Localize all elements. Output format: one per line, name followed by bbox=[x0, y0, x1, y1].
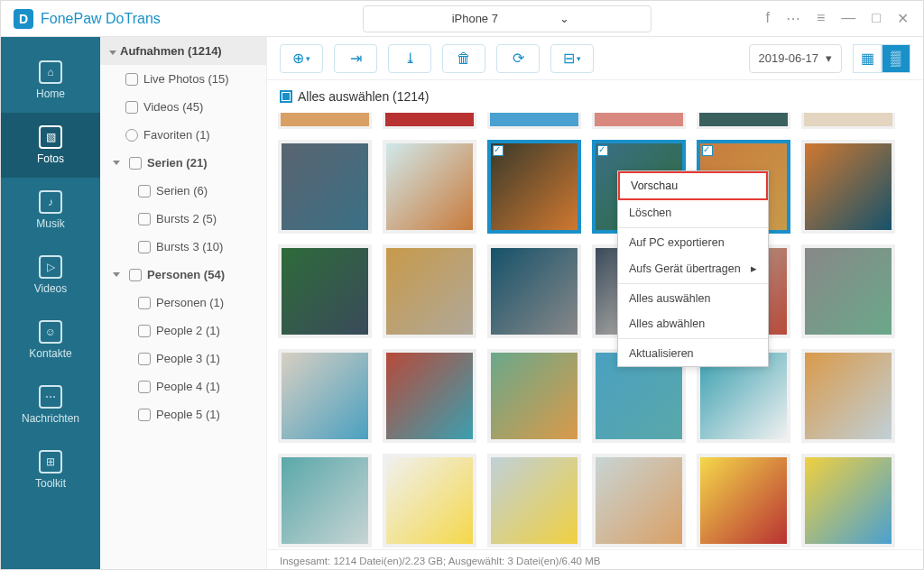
delete-button[interactable]: 🗑 bbox=[442, 44, 485, 73]
status-bar: Insgesamt: 1214 Datei(en)/2.23 GB; Ausge… bbox=[267, 549, 923, 570]
album-icon bbox=[138, 213, 151, 225]
to-pc-icon: ⤓ bbox=[404, 50, 416, 67]
export-to-device-button[interactable]: ⇥ bbox=[334, 44, 377, 73]
thumb-checkbox[interactable] bbox=[702, 145, 713, 156]
minimize-icon[interactable]: — bbox=[841, 10, 855, 27]
device-name: iPhone 7 bbox=[452, 12, 498, 25]
add-button[interactable]: ⊕▾ bbox=[280, 44, 323, 73]
photo-thumb-partial[interactable] bbox=[697, 113, 790, 129]
contacts-icon: ☺ bbox=[39, 320, 62, 344]
ctx-alles-auswaehlen[interactable]: Alles auswählen bbox=[618, 286, 768, 311]
maximize-icon[interactable]: □ bbox=[872, 10, 881, 27]
view-small-grid[interactable]: ▒ bbox=[882, 44, 910, 73]
menu-icon[interactable]: ≡ bbox=[817, 10, 825, 27]
nav-kontakte[interactable]: ☺Kontakte bbox=[1, 308, 100, 372]
device-selector[interactable]: iPhone 7 ⌄ bbox=[363, 5, 651, 32]
chevron-down-icon: ⌄ bbox=[559, 12, 569, 25]
sidebar: ⌂Home ▧Fotos ♪Musik ▷Videos ☺Kontakte ⋯N… bbox=[1, 37, 100, 570]
photos-icon: ▧ bbox=[39, 125, 62, 149]
photo-thumb[interactable] bbox=[278, 454, 372, 547]
photo-thumb-partial[interactable] bbox=[487, 113, 581, 129]
photo-thumb[interactable] bbox=[278, 244, 372, 338]
videos-icon: ▷ bbox=[39, 255, 62, 279]
photo-thumb[interactable] bbox=[383, 349, 476, 443]
people-icon bbox=[129, 269, 142, 281]
photo-thumb[interactable] bbox=[383, 244, 476, 338]
nav-musik[interactable]: ♪Musik bbox=[1, 178, 100, 243]
photo-thumb[interactable] bbox=[487, 140, 581, 234]
person-icon bbox=[138, 409, 151, 421]
photo-thumb[interactable] bbox=[278, 349, 372, 443]
photo-thumb-partial[interactable] bbox=[801, 113, 895, 129]
export-to-pc-button[interactable]: ⤓ bbox=[388, 44, 431, 73]
toolbox-button[interactable]: ⊟▾ bbox=[550, 44, 594, 73]
ctx-alles-abwaehlen[interactable]: Alles abwählen bbox=[618, 311, 768, 336]
tree-people-5[interactable]: People 5 (1) bbox=[100, 400, 266, 428]
nav-videos[interactable]: ▷Videos bbox=[1, 243, 100, 308]
photo-thumb[interactable] bbox=[592, 454, 686, 547]
tree-header-personen[interactable]: Personen (54) bbox=[100, 261, 266, 289]
photo-thumb[interactable] bbox=[801, 349, 895, 443]
tree-people-4[interactable]: People 4 (1) bbox=[100, 372, 266, 400]
tree-videos[interactable]: Videos (45) bbox=[100, 93, 266, 121]
tree-bursts-2[interactable]: Bursts 2 (5) bbox=[100, 205, 266, 233]
thumb-checkbox[interactable] bbox=[597, 145, 608, 156]
messages-icon: ⋯ bbox=[39, 385, 62, 409]
ctx-aktualisieren[interactable]: Aktualisieren bbox=[618, 341, 768, 366]
nav-toolkit[interactable]: ⊞Toolkit bbox=[1, 437, 100, 502]
divider bbox=[618, 227, 768, 228]
tree-people-3[interactable]: People 3 (1) bbox=[100, 345, 266, 372]
person-icon bbox=[138, 381, 151, 393]
person-icon bbox=[138, 353, 151, 365]
divider bbox=[618, 338, 768, 339]
photo-thumb[interactable] bbox=[801, 140, 895, 234]
refresh-button[interactable]: ⟳ bbox=[496, 44, 540, 73]
video-folder-icon bbox=[125, 101, 138, 114]
photo-thumb-partial[interactable] bbox=[592, 113, 686, 129]
photo-thumb[interactable] bbox=[383, 454, 476, 547]
tree-people-2[interactable]: People 2 (1) bbox=[100, 317, 266, 345]
tree-header-aufnahmen[interactable]: Aufnahmen (1214) bbox=[100, 37, 266, 65]
album-icon bbox=[138, 241, 151, 253]
nav-home[interactable]: ⌂Home bbox=[1, 48, 100, 113]
view-large-grid[interactable]: ▦ bbox=[853, 44, 882, 73]
tree-personen[interactable]: Personen (1) bbox=[100, 289, 266, 317]
photo-thumb[interactable] bbox=[487, 454, 581, 547]
album-tree: Aufnahmen (1214) Live Photos (15) Videos… bbox=[100, 37, 267, 570]
ctx-loeschen[interactable]: Löschen bbox=[618, 200, 768, 225]
divider bbox=[618, 283, 768, 284]
thumb-checkbox[interactable] bbox=[493, 145, 504, 156]
nav-nachrichten[interactable]: ⋯Nachrichten bbox=[1, 372, 100, 437]
photo-thumb[interactable] bbox=[383, 140, 476, 234]
tree-bursts-3[interactable]: Bursts 3 (10) bbox=[100, 233, 266, 261]
to-device-icon: ⇥ bbox=[350, 50, 362, 67]
tree-serien[interactable]: Serien (6) bbox=[100, 177, 266, 205]
photo-thumb[interactable] bbox=[801, 244, 895, 338]
photo-grid-partial bbox=[278, 113, 912, 129]
tree-live-photos[interactable]: Live Photos (15) bbox=[100, 65, 266, 93]
photo-thumb-partial[interactable] bbox=[278, 113, 372, 129]
logo-icon: D bbox=[14, 9, 33, 29]
photo-grid bbox=[278, 140, 912, 547]
date-filter[interactable]: 2019-06-17▾ bbox=[749, 44, 843, 73]
photo-thumb[interactable] bbox=[697, 454, 790, 547]
photo-thumb-partial[interactable] bbox=[383, 113, 476, 129]
select-all-row[interactable]: Alles auswählen (1214) bbox=[267, 80, 923, 113]
select-all-label: Alles auswählen (1214) bbox=[298, 89, 430, 104]
close-icon[interactable]: ✕ bbox=[897, 10, 909, 27]
photo-thumb[interactable] bbox=[278, 140, 372, 234]
select-all-checkbox[interactable] bbox=[280, 90, 292, 103]
submenu-arrow-icon: ▸ bbox=[751, 262, 757, 275]
ctx-aufs-geraet[interactable]: Aufs Gerät übertragen▸ bbox=[618, 255, 768, 281]
nav-fotos[interactable]: ▧Fotos bbox=[1, 113, 100, 178]
tree-favoriten[interactable]: Favoriten (1) bbox=[100, 121, 266, 149]
feedback-icon[interactable]: ⋯ bbox=[786, 10, 800, 27]
photo-thumb[interactable] bbox=[487, 244, 581, 338]
live-photos-icon bbox=[125, 73, 138, 86]
tree-header-serien[interactable]: Serien (21) bbox=[100, 149, 266, 177]
facebook-icon[interactable]: f bbox=[766, 10, 770, 27]
photo-thumb[interactable] bbox=[487, 349, 581, 443]
photo-thumb[interactable] bbox=[801, 454, 895, 547]
ctx-export-pc[interactable]: Auf PC exportieren bbox=[618, 230, 768, 255]
ctx-vorschau[interactable]: Vorschau bbox=[618, 171, 768, 200]
